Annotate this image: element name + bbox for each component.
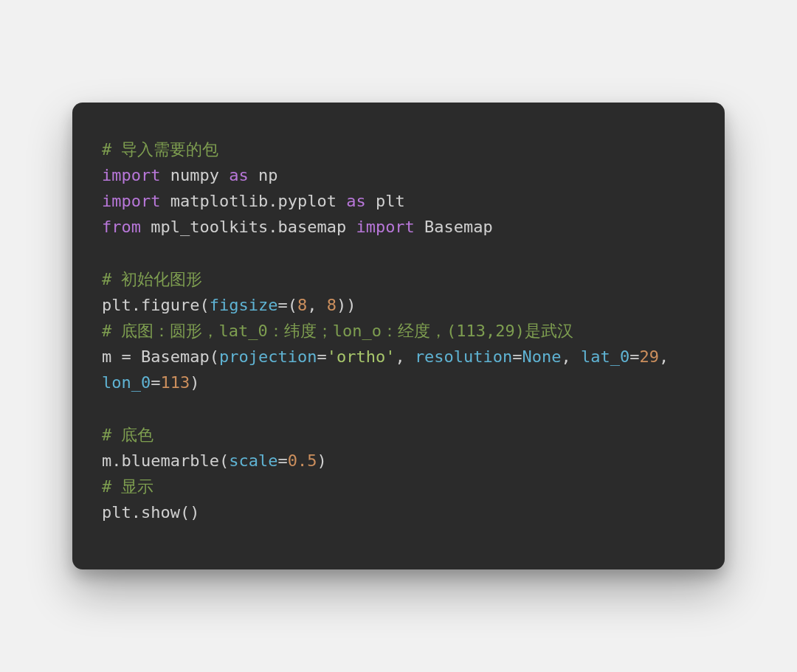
code-token-keyword: import [102,192,160,210]
code-token-plain: , [562,347,582,366]
code-token-keyword: import [356,218,414,236]
code-token-plain: = [151,373,160,392]
code-token-plain: , [395,347,415,366]
code-token-string: 'ortho' [327,347,396,366]
code-token-keyword: as [346,192,366,210]
code-token-comment: # 显示 [102,477,154,496]
code-token-plain: = [317,347,326,366]
code-line: plt.show() [102,503,199,522]
code-token-plain: np [249,166,278,184]
code-token-plain: Basemap [415,218,493,236]
code-token-kwarg: lon_0 [102,373,151,392]
code-token-kwarg: resolution [415,347,512,366]
code-token-number: 8 [327,296,337,314]
code-token-comment: # 初始化图形 [102,270,203,288]
code-token-plain: = [629,347,639,366]
code-line: # 显示 [102,477,154,496]
code-block: # 导入需要的包 import numpy as np import matpl… [102,136,695,526]
code-token-plain: = [512,347,522,366]
code-card: # 导入需要的包 import numpy as np import matpl… [72,103,725,570]
code-token-number: 0.5 [288,451,317,470]
code-token-plain: mpl_toolkits.basemap [141,218,356,236]
code-line: from mpl_toolkits.basemap import Basemap [102,218,493,236]
code-token-keyword: as [229,166,249,184]
code-token-plain: m = Basemap( [102,347,219,366]
code-token-kwarg: projection [219,347,317,366]
code-token-kwarg: lat_0 [581,347,629,366]
code-token-number: 29 [640,347,660,366]
code-token-plain: plt [366,192,405,210]
code-line: import numpy as np [102,166,277,184]
code-token-kwarg: figsize [210,296,278,314]
code-token-plain: m.bluemarble( [102,451,229,470]
code-token-plain: numpy [160,166,229,184]
code-token-plain: , [659,347,679,366]
code-line: import matplotlib.pyplot as plt [102,192,405,210]
code-token-comment: # 底图：圆形，lat_0：纬度；lon_o：经度，(113,29)是武汉 [102,322,573,340]
code-line: m = Basemap(projection='ortho', resoluti… [102,347,679,392]
code-token-plain: plt.figure( [102,296,210,314]
code-token-plain: matplotlib.pyplot [160,192,346,210]
code-token-plain: , [307,296,327,314]
code-token-number: 8 [297,296,307,314]
code-token-comment: # 导入需要的包 [102,140,219,159]
code-line: # 底图：圆形，lat_0：纬度；lon_o：经度，(113,29)是武汉 [102,322,573,340]
code-line: m.bluemarble(scale=0.5) [102,451,327,470]
code-token-plain: ) [317,451,326,470]
code-token-plain: = [277,451,287,470]
code-token-keyword: from [102,218,141,236]
code-token-comment: # 底色 [102,426,154,444]
code-token-plain: )) [337,296,356,314]
code-token-kwarg: scale [229,451,277,470]
code-token-keyword: import [102,166,160,184]
code-token-plain: =( [277,296,297,314]
code-line: plt.figure(figsize=(8, 8)) [102,296,356,314]
code-token-plain: ) [190,373,199,392]
code-line: # 初始化图形 [102,270,203,288]
code-token-none: None [522,347,562,366]
code-line: # 底色 [102,426,154,444]
code-line: # 导入需要的包 [102,140,219,159]
code-token-plain: plt.show() [102,503,199,522]
code-token-number: 113 [160,373,190,392]
